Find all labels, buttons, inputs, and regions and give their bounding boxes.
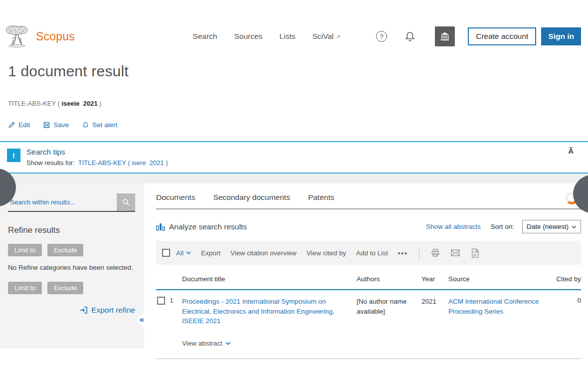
external-link-icon: ↗ (336, 34, 340, 40)
sort-controls: Show all abstracts Sort on: Date (newest… (426, 220, 581, 233)
sign-in-button[interactable]: Sign in (541, 27, 581, 45)
view-cited-by-button[interactable]: View cited by (307, 249, 346, 257)
show-results-label: Show results for: (26, 159, 78, 167)
col-year[interactable]: Year (421, 275, 444, 283)
row-checkbox[interactable] (157, 297, 165, 305)
tab-secondary-documents[interactable]: Secondary documents (213, 193, 290, 202)
header-spacer (156, 275, 178, 283)
chevron-down-icon (572, 225, 577, 228)
bulk-actions-toolbar: All Export View citation overview View c… (156, 241, 581, 265)
content-spacer (0, 174, 588, 184)
col-document-title[interactable]: Document title (182, 275, 353, 283)
show-all-abstracts-link[interactable]: Show all abstracts (426, 223, 481, 230)
nav-sources[interactable]: Sources (234, 32, 262, 41)
bar-chart-icon (156, 223, 165, 231)
toolbar-divider (419, 246, 419, 259)
elsevier-tree-icon (5, 25, 29, 48)
col-authors[interactable]: Authors (357, 275, 417, 283)
row-index: 1 (170, 297, 174, 304)
search-icon (122, 198, 130, 206)
sort-select[interactable]: Date (newest) (522, 220, 581, 233)
collapse-sidebar-icon[interactable]: « (140, 315, 144, 325)
save-query-button[interactable]: Save (43, 121, 69, 129)
results-main: Documents Secondary documents Patents An… (150, 184, 588, 359)
result-tabs: Documents Secondary documents Patents (156, 193, 581, 209)
source-link[interactable]: ACM International Conference Proceeding … (448, 297, 546, 326)
notifications-bell-icon[interactable] (404, 30, 416, 42)
search-within-results (8, 193, 135, 212)
info-exclamation-icon: ! (7, 149, 20, 162)
more-actions-button[interactable]: ••• (398, 249, 408, 257)
export-button[interactable]: Export (201, 249, 220, 257)
main-nav: Search Sources Lists SciVal↗ (193, 32, 340, 41)
tab-patents[interactable]: Patents (308, 193, 335, 202)
table-row: 1 Proceedings - 2021 International Sympo… (156, 297, 581, 347)
email-icon[interactable] (450, 248, 460, 257)
svg-text:PDF: PDF (473, 251, 478, 254)
header-icons: ? (376, 26, 455, 46)
export-refine-link[interactable]: Export refine (8, 306, 135, 315)
view-abstract-label: View abstract (182, 340, 222, 347)
refine-results-title: Refine results (8, 225, 135, 235)
export-refine-label: Export refine (91, 306, 135, 315)
sidebar-collapse-control: « (135, 312, 144, 328)
query-terms: iseeie 2021 (61, 100, 97, 107)
nav-scival[interactable]: SciVal↗ (312, 32, 340, 41)
page-title: 1 document result (8, 63, 588, 80)
help-icon[interactable]: ? (376, 31, 387, 42)
results-controls-row: Analyze search results Show all abstract… (156, 220, 581, 233)
select-all-dropdown[interactable]: All (176, 249, 191, 257)
print-icon[interactable] (430, 248, 440, 258)
authors-cell: [No author name available] (357, 297, 417, 326)
search-tips-banner: ! Search tips Show results for: TITLE-AB… (0, 141, 588, 174)
search-within-input[interactable] (8, 193, 117, 211)
view-abstract-toggle[interactable]: View abstract (182, 340, 353, 347)
row-select: 1 (156, 297, 178, 326)
add-to-list-button[interactable]: Add to List (356, 249, 388, 257)
set-alert-button[interactable]: Set alert (82, 121, 117, 129)
document-title-link[interactable]: Proceedings - 2021 International Symposi… (182, 297, 353, 326)
view-citation-overview-button[interactable]: View citation overview (230, 249, 297, 257)
query-suffix: ) (98, 100, 102, 107)
nav-scival-label: SciVal (312, 32, 334, 40)
edit-query-button[interactable]: Edit (8, 121, 30, 129)
year-cell: 2021 (421, 297, 444, 326)
tab-documents[interactable]: Documents (156, 193, 195, 202)
query-actions: Edit Save Set alert (8, 121, 588, 129)
limit-to-button[interactable]: Limit to (8, 244, 42, 256)
search-tips-title: Search tips (26, 148, 168, 157)
content-area: Refine results Limit to Exclude No Refin… (0, 184, 588, 359)
exclude-button-2[interactable]: Exclude (47, 282, 83, 294)
exclude-button[interactable]: Exclude (47, 244, 83, 256)
suggested-query-link[interactable]: TITLE-ABS-KEY ( isere 2021 ) (78, 159, 168, 167)
save-pdf-icon[interactable]: PDF (470, 248, 480, 258)
nav-lists[interactable]: Lists (279, 32, 295, 41)
refine-buttons-bottom: Limit to Exclude (8, 282, 135, 294)
edit-label: Edit (18, 121, 30, 129)
refine-sidebar: Refine results Limit to Exclude No Refin… (0, 184, 144, 349)
scopus-logo[interactable]: Scopus (5, 25, 75, 48)
set-alert-label: Set alert (92, 121, 117, 129)
select-all-checkbox[interactable] (162, 249, 170, 257)
col-cited-by[interactable]: Cited by (550, 275, 581, 283)
search-submit-button[interactable] (117, 193, 135, 211)
cited-by-cell: 0 (550, 297, 581, 326)
query-prefix: TITLE-ABS-KEY ( (8, 100, 61, 107)
nav-search[interactable]: Search (193, 32, 217, 41)
brand-name: Scopus (36, 30, 75, 43)
refine-buttons-top: Limit to Exclude (8, 244, 135, 256)
banner-close-icon[interactable]: Ã (568, 147, 574, 155)
create-account-button[interactable]: Create account (468, 27, 536, 45)
scopus-results-page: Scopus Search Sources Lists SciVal↗ ? (0, 0, 588, 368)
limit-to-button-2[interactable]: Limit to (8, 282, 42, 294)
chevron-down-icon (225, 342, 231, 345)
analyze-search-results-link[interactable]: Analyze search results (156, 222, 247, 231)
sort-selected-value: Date (newest) (527, 223, 569, 230)
institution-access-icon[interactable] (435, 26, 455, 46)
top-header: Scopus Search Sources Lists SciVal↗ ? (0, 0, 588, 50)
export-icon (80, 306, 88, 314)
alert-bell-icon (82, 121, 89, 129)
save-icon (43, 121, 50, 129)
col-source[interactable]: Source (448, 275, 546, 283)
show-results-line: Show results for: TITLE-ABS-KEY ( isere … (26, 159, 168, 167)
